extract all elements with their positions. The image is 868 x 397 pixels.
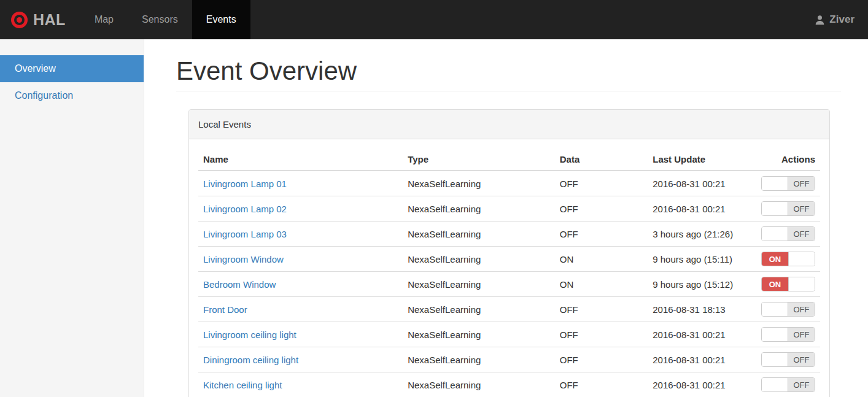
events-table: Name Type Data Last Update Actions Livin… — [198, 148, 820, 397]
device-type: NexaSelfLearning — [403, 297, 555, 322]
toggle-state-label: OFF — [788, 328, 815, 341]
user-name: Ziver — [829, 13, 854, 26]
column-header-name[interactable]: Name — [198, 148, 403, 171]
device-name-link[interactable]: Livingroom ceiling light — [203, 330, 296, 340]
device-data: ON — [555, 272, 648, 297]
device-last-update: 9 hours ago (15:11) — [648, 247, 756, 272]
table-row: Bedroom Window NexaSelfLearning ON 9 hou… — [198, 272, 820, 297]
device-last-update: 3 hours ago (21:26) — [648, 222, 756, 247]
column-header-last-update[interactable]: Last Update — [648, 148, 756, 171]
column-header-type[interactable]: Type — [403, 148, 555, 171]
device-last-update: 9 hours ago (15:12) — [648, 272, 756, 297]
toggle-handle — [762, 353, 788, 366]
device-last-update: 2016-08-31 18:13 — [648, 297, 756, 322]
toggle-state-label: OFF — [788, 202, 815, 215]
toggle-state-label: ON — [762, 277, 788, 291]
device-name-link[interactable]: Livingroom Lamp 02 — [203, 204, 287, 214]
power-toggle[interactable]: OFF — [761, 302, 815, 317]
device-data: OFF — [555, 322, 648, 347]
device-name-link[interactable]: Livingroom Lamp 01 — [203, 179, 287, 189]
sidebar: Overview Configuration — [0, 39, 144, 397]
table-row: Livingroom Lamp 03 NexaSelfLearning OFF … — [198, 222, 820, 247]
table-row: Livingroom ceiling light NexaSelfLearnin… — [198, 322, 820, 347]
device-data: ON — [555, 247, 648, 272]
device-last-update: 2016-08-31 00:21 — [648, 372, 756, 397]
toggle-handle — [762, 202, 788, 215]
device-type: NexaSelfLearning — [403, 247, 555, 272]
toggle-state-label: OFF — [788, 227, 815, 241]
toggle-handle — [788, 277, 815, 291]
column-header-data[interactable]: Data — [555, 148, 648, 171]
device-data: OFF — [555, 347, 648, 372]
nav-item-sensors[interactable]: Sensors — [128, 0, 192, 39]
device-type: NexaSelfLearning — [403, 272, 555, 297]
power-toggle[interactable]: ON — [761, 277, 815, 291]
device-name-link[interactable]: Livingroom Lamp 03 — [203, 229, 287, 239]
toggle-state-label: ON — [762, 252, 788, 266]
power-toggle[interactable]: ON — [761, 252, 815, 266]
sidebar-item-overview[interactable]: Overview — [0, 55, 144, 82]
device-name-link[interactable]: Diningroom ceiling light — [203, 355, 298, 365]
power-toggle[interactable]: OFF — [761, 201, 815, 216]
table-row: Front Door NexaSelfLearning OFF 2016-08-… — [198, 297, 820, 322]
device-type: NexaSelfLearning — [403, 222, 555, 247]
toggle-handle — [762, 328, 788, 341]
device-name-link[interactable]: Kitchen ceiling light — [203, 380, 282, 390]
device-last-update: 2016-08-31 00:21 — [648, 196, 756, 222]
column-header-actions: Actions — [756, 148, 820, 171]
device-type: NexaSelfLearning — [403, 322, 555, 347]
power-toggle[interactable]: OFF — [761, 327, 815, 342]
table-row: Livingroom Lamp 01 NexaSelfLearning OFF … — [198, 171, 820, 196]
device-name-link[interactable]: Front Door — [203, 304, 247, 315]
brand-label: HAL — [33, 11, 66, 29]
table-row: Livingroom Window NexaSelfLearning ON 9 … — [198, 247, 820, 272]
device-data: OFF — [555, 171, 648, 196]
device-last-update: 2016-08-31 00:21 — [648, 322, 756, 347]
device-name-link[interactable]: Bedroom Window — [203, 279, 276, 290]
sidebar-item-configuration[interactable]: Configuration — [0, 82, 144, 109]
device-data: OFF — [555, 222, 648, 247]
user-menu[interactable]: Ziver — [815, 0, 868, 39]
device-type: NexaSelfLearning — [403, 372, 555, 397]
power-toggle[interactable]: OFF — [761, 226, 815, 241]
top-navbar: HAL Map Sensors Events Ziver — [0, 0, 868, 39]
user-icon — [815, 15, 825, 25]
panel-title: Local Events — [189, 110, 829, 139]
table-row: Kitchen ceiling light NexaSelfLearning O… — [198, 372, 820, 397]
table-row: Livingroom Lamp 02 NexaSelfLearning OFF … — [198, 196, 820, 222]
hal-bullseye-logo-icon — [11, 12, 28, 28]
device-type: NexaSelfLearning — [403, 196, 555, 222]
power-toggle[interactable]: OFF — [761, 352, 815, 367]
toggle-state-label: OFF — [788, 378, 815, 391]
device-data: OFF — [555, 196, 648, 222]
device-last-update: 2016-08-31 00:21 — [648, 171, 756, 196]
toggle-handle — [788, 252, 815, 266]
device-type: NexaSelfLearning — [403, 171, 555, 196]
toggle-state-label: OFF — [788, 353, 815, 366]
main-content: Event Overview Local Events Name Type Da… — [144, 39, 868, 397]
table-row: Diningroom ceiling light NexaSelfLearnin… — [198, 347, 820, 372]
toggle-state-label: OFF — [788, 303, 815, 316]
nav-item-map[interactable]: Map — [80, 0, 128, 39]
nav-item-events[interactable]: Events — [192, 0, 250, 39]
brand[interactable]: HAL — [0, 0, 80, 39]
toggle-state-label: OFF — [788, 177, 815, 190]
toggle-handle — [762, 227, 788, 241]
power-toggle[interactable]: OFF — [761, 377, 815, 392]
power-toggle[interactable]: OFF — [761, 176, 815, 191]
device-data: OFF — [555, 297, 648, 322]
table-header-row: Name Type Data Last Update Actions — [198, 148, 820, 171]
local-events-panel: Local Events Name Type Data Last Update … — [188, 109, 830, 397]
device-last-update: 2016-08-31 00:21 — [648, 347, 756, 372]
page-title: Event Overview — [176, 57, 841, 91]
toggle-handle — [762, 303, 788, 316]
device-name-link[interactable]: Livingroom Window — [203, 254, 284, 264]
toggle-handle — [762, 177, 788, 190]
events-table-body: Livingroom Lamp 01 NexaSelfLearning OFF … — [198, 171, 820, 397]
device-type: NexaSelfLearning — [403, 347, 555, 372]
main-nav: Map Sensors Events — [80, 0, 250, 39]
toggle-handle — [762, 378, 788, 391]
device-data: OFF — [555, 372, 648, 397]
